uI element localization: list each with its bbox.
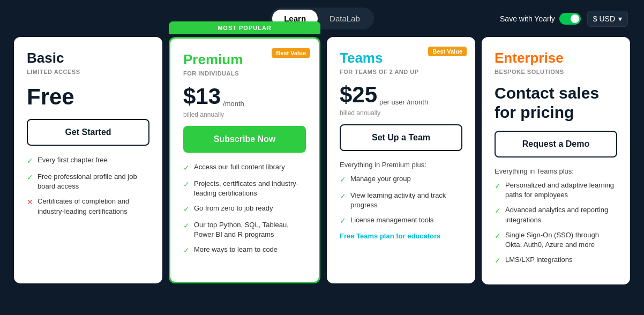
feature-text: Personalized and adaptive learning paths… (505, 181, 617, 200)
check-icon: ✓ (495, 256, 501, 266)
list-item: ✓Every first chapter free (27, 155, 149, 167)
plan-basic: Basic LIMITED ACCESS Free Get Started ✓E… (14, 37, 162, 283)
feature-text: Single Sign-On (SSO) through Okta, Auth0… (505, 230, 617, 250)
price-per-user-teams: per user /month (379, 98, 428, 106)
best-value-badge-premium: Best Value (272, 48, 310, 58)
free-teams-educators-link[interactable]: Free Teams plan for educators (340, 232, 462, 240)
save-yearly: Save with Yearly (500, 13, 581, 25)
price-amount-teams: $25 (340, 84, 377, 106)
price-billed-premium: billed annually (183, 111, 306, 118)
enterprise-intro-text: Everything in Teams plus: (495, 167, 617, 175)
feature-text: Go from zero to job ready (194, 204, 273, 213)
plan-premium: MOST POPULAR Best Value Premium FOR INDI… (169, 37, 320, 283)
plan-teams: Best Value Teams FOR TEAMS OF 2 AND UP $… (327, 37, 475, 283)
list-item: ✓View learning activity and track progre… (340, 191, 462, 210)
check-icon: ✓ (183, 245, 190, 256)
list-item: ✓Our top Python, SQL, Tableau, Power BI … (183, 220, 306, 239)
get-started-button[interactable]: Get Started (27, 119, 149, 146)
feature-text: Free professional profile and job board … (38, 172, 149, 191)
check-icon: ✓ (495, 231, 501, 242)
feature-text: Every first chapter free (38, 155, 108, 165)
list-item: ✓Single Sign-On (SSO) through Okta, Auth… (495, 230, 617, 250)
feature-text: Manage your group (350, 174, 411, 184)
pricing-area: Basic LIMITED ACCESS Free Get Started ✓E… (0, 37, 644, 315)
nav-right: Save with Yearly $ USD ▾ (500, 11, 628, 27)
subscribe-now-button[interactable]: Subscribe Now (183, 126, 306, 153)
top-nav: Learn DataLab Save with Yearly $ USD ▾ (0, 0, 644, 37)
list-item: ✓Access our full content library (183, 162, 306, 174)
check-icon: ✓ (27, 172, 33, 183)
feature-text: View learning activity and track progres… (350, 191, 462, 210)
list-item: ✓License management tools (340, 215, 462, 227)
cross-icon: ✕ (27, 197, 33, 208)
list-item: ✕Certificates of completion and industry… (27, 197, 149, 216)
check-icon: ✓ (183, 179, 190, 190)
teams-intro-text: Everything in Premium plus: (340, 161, 462, 169)
tab-datalab[interactable]: DataLab (318, 10, 372, 27)
feature-text: Our top Python, SQL, Tableau, Power BI a… (194, 220, 306, 239)
price-amount-premium: $13 (183, 85, 221, 108)
check-icon: ✓ (495, 206, 501, 216)
yearly-toggle[interactable] (559, 13, 581, 25)
feature-text: More ways to learn to code (194, 245, 278, 254)
feature-text: Advanced analytics and reporting integra… (505, 205, 617, 224)
check-icon: ✓ (183, 163, 190, 174)
enterprise-features: ✓Personalized and adaptive learning path… (495, 181, 617, 266)
list-item: ✓Manage your group (340, 174, 462, 185)
check-icon: ✓ (183, 221, 190, 231)
plan-subtitle-basic: LIMITED ACCESS (27, 69, 149, 75)
check-icon: ✓ (495, 181, 501, 192)
list-item: ✓LMS/LXP integrations (495, 255, 617, 266)
best-value-badge-teams: Best Value (428, 47, 467, 56)
price-per-month-premium: /month (223, 100, 244, 108)
chevron-down-icon: ▾ (618, 14, 622, 23)
list-item: ✓Projects, certificates and industry-lea… (183, 179, 306, 198)
most-popular-banner: MOST POPULAR (169, 21, 320, 34)
save-yearly-label: Save with Yearly (500, 14, 555, 23)
feature-text: Certificates of completion and industry-… (38, 197, 149, 216)
premium-features: ✓Access our full content library ✓Projec… (183, 162, 306, 256)
check-icon: ✓ (340, 175, 346, 185)
price-billed-teams: billed annually (340, 109, 462, 117)
price-row-teams: $25 per user /month (340, 84, 462, 106)
feature-text: License management tools (350, 215, 433, 225)
feature-text: Projects, certificates and industry-lead… (194, 179, 306, 198)
check-icon: ✓ (183, 204, 190, 215)
currency-label: $ USD (593, 14, 615, 23)
plan-price-basic: Free (27, 84, 149, 110)
request-demo-button[interactable]: Request a Demo (495, 131, 617, 158)
plan-subtitle-enterprise: BESPOKE SOLUTIONS (495, 69, 617, 75)
plan-name-basic: Basic (27, 50, 149, 66)
plan-enterprise: Enterprise BESPOKE SOLUTIONS Contact sal… (482, 37, 630, 284)
check-icon: ✓ (340, 191, 346, 202)
check-icon: ✓ (340, 216, 346, 227)
plan-subtitle-teams: FOR TEAMS OF 2 AND UP (340, 69, 462, 75)
feature-text: Access our full content library (194, 162, 285, 172)
basic-features: ✓Every first chapter free ✓Free professi… (27, 155, 149, 216)
list-item: ✓Advanced analytics and reporting integr… (495, 205, 617, 224)
check-icon: ✓ (27, 156, 33, 167)
list-item: ✓Go from zero to job ready (183, 204, 306, 215)
plan-subtitle-premium: FOR INDIVIDUALS (183, 70, 306, 77)
currency-selector[interactable]: $ USD ▾ (587, 11, 628, 27)
list-item: ✓More ways to learn to code (183, 245, 306, 256)
feature-text: LMS/LXP integrations (505, 255, 573, 265)
list-item: ✓Free professional profile and job board… (27, 172, 149, 191)
teams-features: ✓Manage your group ✓View learning activi… (340, 174, 462, 227)
price-row-premium: $13 /month (183, 85, 306, 108)
list-item: ✓Personalized and adaptive learning path… (495, 181, 617, 200)
plan-name-enterprise: Enterprise (495, 50, 617, 66)
set-up-team-button[interactable]: Set Up a Team (340, 124, 462, 151)
plan-price-enterprise: Contact sales for pricing (495, 84, 617, 122)
